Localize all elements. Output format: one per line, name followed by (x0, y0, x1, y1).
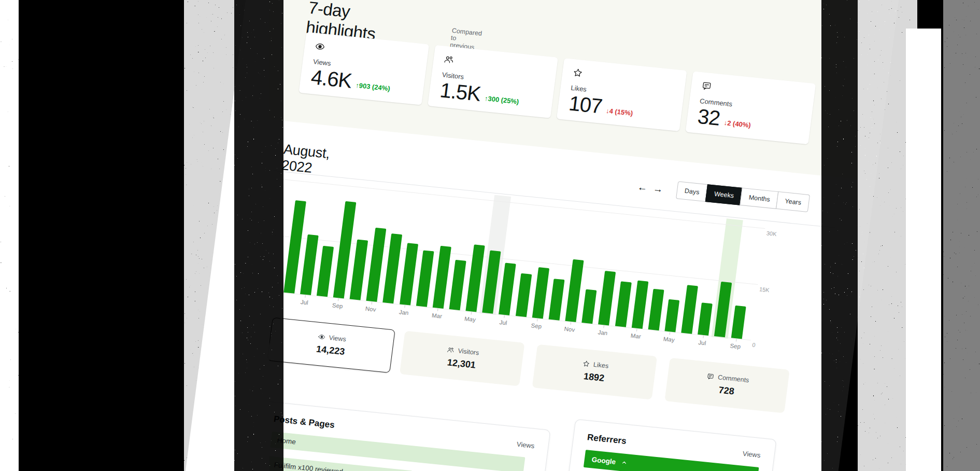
tab-months[interactable]: Months (740, 188, 779, 209)
highlight-card-views: Views4.6K↑903 (24%) (299, 32, 429, 105)
highlight-value: 32 (697, 105, 721, 130)
summary-value: 728 (718, 385, 735, 397)
prev-period-arrow[interactable]: ← (637, 182, 648, 194)
highlight-value: 107 (567, 92, 603, 118)
chevron-up-icon (620, 459, 627, 466)
summary-value: 1892 (583, 371, 605, 384)
highlight-delta: ↑903 (24%) (355, 81, 391, 96)
post-row-label: Fujifilm x100 reviewed (267, 460, 344, 471)
people-icon (447, 346, 455, 354)
star-icon (572, 67, 583, 78)
summary-value: 12,301 (447, 357, 476, 370)
tab-days[interactable]: Days (676, 181, 708, 202)
people-icon (444, 54, 455, 65)
summary-label: Views (329, 334, 347, 343)
highlight-card-visitors: Visitors1.5K↑300 (25%) (428, 45, 558, 118)
summary-label: Comments (717, 373, 749, 384)
referrers-title: Referrers (587, 432, 627, 446)
eye-icon (318, 333, 326, 341)
highlight-card-comments: Comments32↓2 (40%) (686, 71, 816, 144)
highlight-value: 4.6K (310, 65, 353, 92)
y-axis-label: 30K (766, 230, 777, 237)
star-icon (582, 360, 590, 368)
eye-icon (315, 41, 325, 52)
highlight-delta: ↓2 (40%) (723, 119, 751, 133)
tab-years[interactable]: Years (776, 191, 811, 212)
post-row-label: Home (271, 436, 296, 446)
next-period-arrow[interactable]: → (652, 183, 664, 196)
summary-label: Visitors (458, 347, 479, 356)
comment-icon (706, 372, 715, 380)
highlight-value: 1.5K (438, 78, 481, 105)
posts-pages-title: Posts & Pages (273, 414, 335, 431)
referrers-views-header: Views (742, 450, 761, 459)
tab-weeks[interactable]: Weeks (705, 184, 743, 205)
referrer-row-label: Google (584, 455, 616, 466)
posts-views-header: Views (516, 440, 535, 450)
highlight-card-likes: Likes107↓4 (15%) (557, 58, 687, 131)
highlight-delta: ↑300 (25%) (484, 94, 519, 109)
highlight-delta: ↓4 (15%) (605, 107, 634, 121)
y-axis-label: 15K (759, 286, 770, 293)
summary-label: Likes (593, 361, 609, 370)
comment-icon (701, 80, 712, 91)
summary-value: 14,223 (316, 344, 345, 357)
